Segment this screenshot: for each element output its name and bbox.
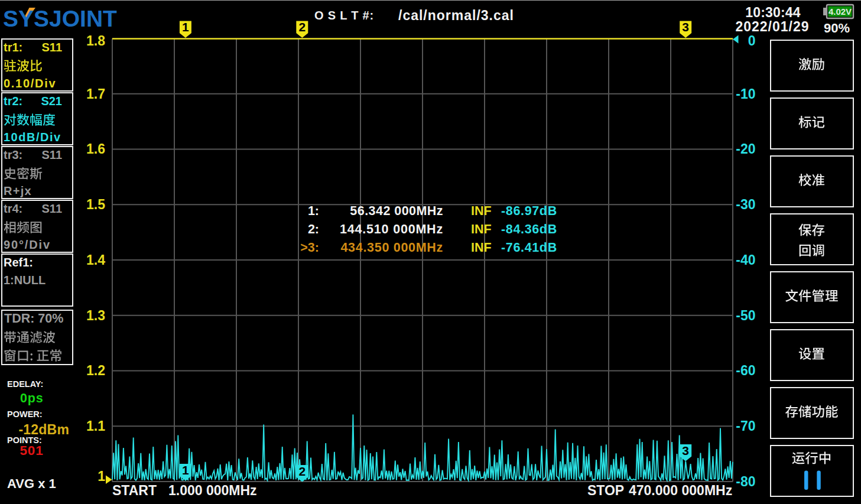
svg-text:1: 1 xyxy=(182,20,189,34)
svg-text:1: 1 xyxy=(182,463,189,477)
svg-text:2: 2 xyxy=(298,20,306,34)
svg-text:3: 3 xyxy=(682,444,689,457)
svg-text:2: 2 xyxy=(298,464,306,478)
svg-text:3: 3 xyxy=(682,20,689,34)
